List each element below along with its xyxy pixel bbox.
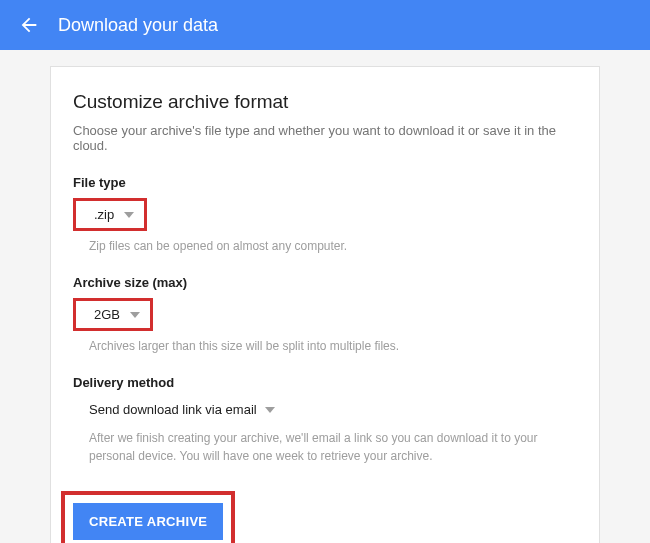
archive-size-hint: Archives larger than this size will be s… (89, 339, 577, 353)
create-archive-button[interactable]: CREATE ARCHIVE (73, 503, 223, 540)
archive-size-value: 2GB (94, 307, 120, 322)
archive-size-block: Archive size (max) 2GB Archives larger t… (73, 275, 577, 353)
chevron-down-icon (265, 407, 275, 413)
delivery-method-value: Send download link via email (89, 402, 257, 417)
archive-size-highlight: 2GB (73, 298, 153, 331)
section-title: Customize archive format (73, 91, 577, 113)
create-archive-highlight: CREATE ARCHIVE (61, 491, 235, 543)
delivery-method-block: Delivery method Send download link via e… (73, 375, 577, 465)
file-type-label: File type (73, 175, 577, 190)
delivery-method-hint: After we finish creating your archive, w… (89, 429, 577, 465)
file-type-value: .zip (94, 207, 114, 222)
action-row: CREATE ARCHIVE (73, 491, 577, 543)
section-description: Choose your archive's file type and whet… (73, 123, 577, 153)
back-arrow-icon[interactable] (18, 14, 40, 36)
archive-size-dropdown[interactable]: 2GB (84, 301, 150, 328)
delivery-method-dropdown[interactable]: Send download link via email (89, 398, 275, 421)
chevron-down-icon (124, 212, 134, 218)
archive-format-card: Customize archive format Choose your arc… (50, 66, 600, 543)
app-header: Download your data (0, 0, 650, 50)
file-type-hint: Zip files can be opened on almost any co… (89, 239, 577, 253)
archive-size-label: Archive size (max) (73, 275, 577, 290)
file-type-block: File type .zip Zip files can be opened o… (73, 175, 577, 253)
file-type-dropdown[interactable]: .zip (84, 201, 144, 228)
chevron-down-icon (130, 312, 140, 318)
file-type-highlight: .zip (73, 198, 147, 231)
delivery-method-label: Delivery method (73, 375, 577, 390)
page-title: Download your data (58, 15, 218, 36)
